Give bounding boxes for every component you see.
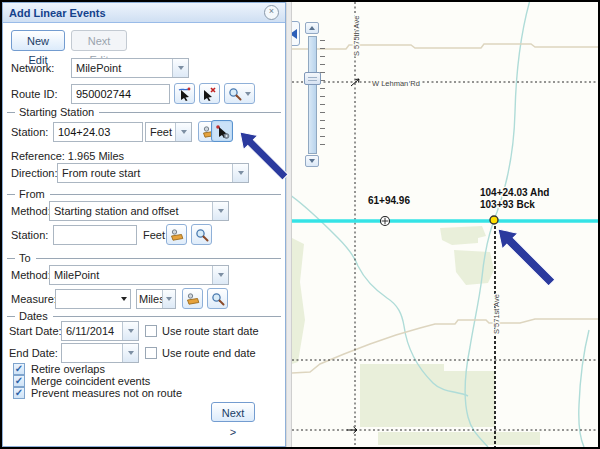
- from-method-select[interactable]: Starting station and offset: [49, 201, 229, 221]
- picked-station-point[interactable]: [490, 216, 498, 224]
- chevron-down-icon[interactable]: [172, 59, 188, 77]
- field-patch: [440, 226, 486, 245]
- start-date-picker[interactable]: 6/11/2014: [61, 321, 139, 341]
- network-select[interactable]: MilePoint: [71, 58, 189, 78]
- measure-combobox[interactable]: [55, 289, 131, 309]
- clear-route-selection-button[interactable]: [199, 83, 220, 104]
- start-date-label: Start Date:: [9, 321, 62, 341]
- field-patch: [454, 250, 494, 285]
- to-method-select[interactable]: MilePoint: [49, 265, 229, 285]
- zoom-slider-ticks: [320, 40, 325, 150]
- milepost-icon: [170, 228, 184, 242]
- map-zoom-slider: [300, 22, 330, 172]
- starting-station-separator: Starting Station: [7, 105, 281, 119]
- station-units-select: Feet: [145, 122, 192, 142]
- network-label: Network:: [11, 58, 54, 78]
- use-route-end-date-label: Use route end date: [162, 343, 256, 363]
- field-patch: [292, 238, 305, 364]
- chevron-down-icon[interactable]: [212, 266, 228, 284]
- from-legend: From: [19, 188, 45, 200]
- reference-post-marker[interactable]: [381, 217, 390, 226]
- annotation-arrow-map: [490, 221, 559, 290]
- milepost-icon: [186, 292, 200, 306]
- field-patch: [378, 432, 540, 445]
- search-icon: [228, 87, 242, 101]
- from-measure-button[interactable]: [166, 224, 187, 245]
- road-label-575th: S 575th Ave: [352, 16, 361, 56]
- use-route-start-date-label: Use route start date: [162, 321, 259, 341]
- road-direction-arrow: [347, 427, 357, 433]
- starting-station-legend: Starting Station: [19, 106, 94, 118]
- measure-units-select: Miles: [136, 289, 176, 309]
- field-patch: [360, 364, 495, 427]
- chevron-down-icon[interactable]: [232, 164, 248, 182]
- minor-road: [292, 44, 598, 49]
- search-icon: [195, 228, 209, 242]
- zoom-slider-track[interactable]: [308, 36, 317, 154]
- prevent-measures-checkbox[interactable]: ✓: [13, 387, 25, 399]
- station-label: Station:: [11, 122, 48, 142]
- from-station-input[interactable]: [53, 225, 137, 245]
- map-pointer-tool-icon: [215, 124, 230, 139]
- minor-road: [292, 319, 598, 373]
- zoom-slider-handle[interactable]: [304, 72, 321, 85]
- road-label-lehman: W Lehman Rd: [372, 79, 420, 88]
- next-button[interactable]: Next >: [211, 402, 255, 422]
- chevron-down-icon[interactable]: [121, 290, 130, 308]
- measure-label: Measure:: [11, 289, 57, 309]
- chevron-down-icon: [309, 159, 315, 166]
- stream-line: [579, 330, 589, 447]
- from-station-label: Station:: [11, 225, 48, 245]
- to-search-button[interactable]: [207, 288, 228, 309]
- panel-header: Add Linear Events ×: [3, 3, 285, 23]
- pick-station-on-map-button[interactable]: [211, 120, 233, 142]
- select-route-on-map-button[interactable]: [174, 83, 195, 104]
- station-input[interactable]: [53, 122, 143, 142]
- route-id-label: Route ID:: [11, 84, 57, 104]
- select-route-icon: [177, 86, 192, 101]
- new-edit-button[interactable]: New Edit: [11, 30, 65, 51]
- chevron-down-icon[interactable]: [122, 322, 138, 340]
- station-label-ahead: 104+24.03 Ahd: [480, 187, 549, 198]
- from-units-label: Feet: [143, 225, 165, 245]
- chevron-down-icon: [245, 92, 251, 99]
- road-label-571st: S 571st Ave: [492, 294, 501, 334]
- prevent-measures-label: Prevent measures not on route: [31, 383, 182, 403]
- direction-label: Direction:: [11, 163, 57, 183]
- to-separator: To: [7, 251, 281, 265]
- map-viewport[interactable]: 61+94.96 104+24.03 Ahd 103+93 Bck W Lehm…: [292, 2, 598, 447]
- from-search-button[interactable]: [191, 224, 212, 245]
- close-icon[interactable]: ×: [264, 5, 279, 20]
- chevron-up-icon: [309, 23, 315, 30]
- to-method-label: Method:: [11, 265, 51, 285]
- station-label-left: 61+94.96: [368, 195, 410, 206]
- chevron-down-icon: [162, 290, 175, 308]
- route-id-input[interactable]: [71, 84, 170, 104]
- add-linear-events-panel: Add Linear Events × New Edit Next Edit N…: [2, 2, 286, 447]
- retire-overlaps-checkbox[interactable]: ✓: [13, 363, 25, 375]
- app-window: Add Linear Events × New Edit Next Edit N…: [0, 0, 600, 449]
- zoom-in-button[interactable]: [305, 22, 319, 34]
- panel-title: Add Linear Events: [9, 7, 264, 19]
- collapse-panel-button[interactable]: [292, 21, 300, 46]
- chevron-left-icon: [292, 29, 297, 39]
- next-edit-button: Next Edit: [71, 30, 127, 51]
- from-method-label: Method:: [11, 201, 51, 221]
- search-icon: [211, 292, 225, 306]
- use-route-end-date-checkbox[interactable]: [145, 347, 157, 359]
- chevron-down-icon[interactable]: [122, 344, 138, 362]
- to-measure-button[interactable]: [182, 288, 203, 309]
- station-label-back: 103+93 Bck: [480, 199, 535, 210]
- map-canvas: 61+94.96 104+24.03 Ahd 103+93 Bck W Lehm…: [292, 2, 598, 447]
- merge-coincident-checkbox[interactable]: ✓: [13, 375, 25, 387]
- from-separator: From: [7, 187, 281, 201]
- route-search-menu-button[interactable]: [224, 83, 255, 104]
- direction-select[interactable]: From route start: [57, 163, 249, 183]
- clear-selection-icon: [202, 86, 217, 101]
- chevron-down-icon: [175, 123, 191, 141]
- use-route-start-date-checkbox[interactable]: [145, 325, 157, 337]
- to-legend: To: [19, 252, 31, 264]
- chevron-down-icon[interactable]: [212, 202, 228, 220]
- zoom-out-button[interactable]: [305, 155, 319, 167]
